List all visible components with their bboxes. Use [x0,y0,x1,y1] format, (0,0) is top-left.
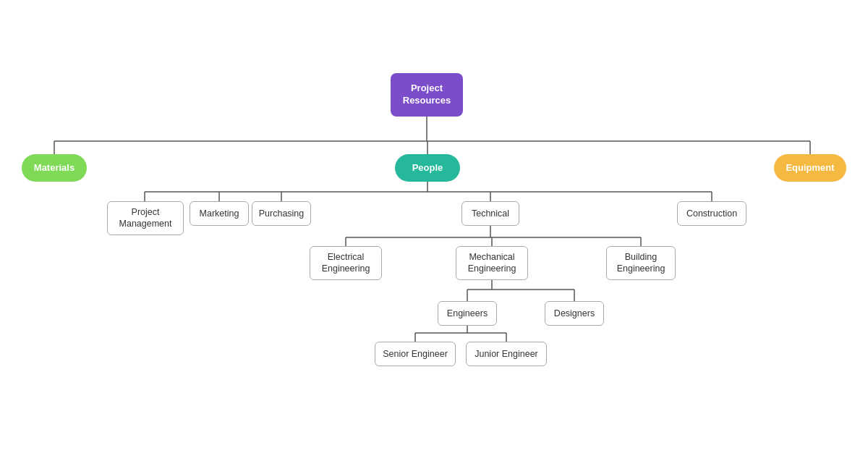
mechanical-engineering-label: MechanicalEngineering [468,251,516,275]
construction-label: Construction [686,208,737,219]
technical-node: Technical [461,201,519,226]
people-node: People [395,154,460,182]
purchasing-node: Purchasing [252,201,311,226]
senior-engineer-node: Senior Engineer [375,342,456,366]
construction-node: Construction [677,201,746,226]
equipment-label: Equipment [786,162,834,174]
building-engineering-node: BuildingEngineering [606,246,676,280]
project-management-label: ProjectManagement [119,206,172,230]
marketing-label: Marketing [200,208,239,219]
equipment-node: Equipment [774,154,846,182]
project-management-node: ProjectManagement [107,201,184,235]
junior-engineer-label: Junior Engineer [475,348,538,360]
engineers-node: Engineers [438,301,497,326]
building-engineering-label: BuildingEngineering [617,251,665,275]
engineers-label: Engineers [447,308,488,319]
mechanical-engineering-node: MechanicalEngineering [456,246,528,280]
marketing-node: Marketing [190,201,249,226]
root-node: Project Resources [391,73,463,117]
electrical-engineering-node: ElectricalEngineering [310,246,382,280]
technical-label: Technical [472,208,509,219]
senior-engineer-label: Senior Engineer [383,348,448,360]
purchasing-label: Purchasing [259,208,305,219]
materials-node: Materials [22,154,87,182]
people-label: People [412,162,443,174]
designers-label: Designers [554,308,595,319]
materials-label: Materials [34,162,75,174]
junior-engineer-node: Junior Engineer [466,342,547,366]
root-label: Project Resources [398,83,456,107]
electrical-engineering-label: ElectricalEngineering [322,251,370,275]
designers-node: Designers [545,301,604,326]
